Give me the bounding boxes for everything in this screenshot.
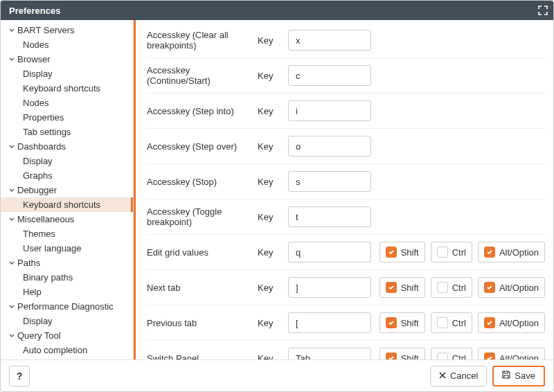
cancel-label: Cancel [450, 371, 478, 381]
ctrl-modifier-toggle[interactable]: Ctrl [431, 348, 472, 359]
tree-group-label: Paths [17, 258, 40, 268]
setting-type: Key [258, 212, 281, 222]
setting-row: Accesskey (Stop)Key [147, 163, 545, 199]
key-input[interactable] [288, 65, 371, 86]
tree-group-header[interactable]: Miscellaneous [1, 212, 133, 226]
modifier-label: Shift [401, 353, 419, 360]
chevron-down-icon [8, 304, 16, 310]
save-button[interactable]: Save [492, 366, 545, 386]
chevron-down-icon [8, 260, 16, 266]
shift-modifier-toggle[interactable]: Shift [379, 242, 425, 262]
ctrl-modifier-toggle[interactable]: Ctrl [431, 312, 472, 333]
modifier-label: Shift [401, 318, 419, 328]
tree-group-header[interactable]: Dashboards [1, 139, 133, 154]
modifier-label: Shift [401, 283, 419, 293]
tree-group-label: Debugger [17, 185, 57, 195]
key-input[interactable] [288, 136, 371, 157]
tree-item[interactable]: Display [1, 66, 133, 81]
tree-item[interactable]: CSV/TXT Output [1, 357, 133, 359]
setting-row: Accesskey (Step into)Key [147, 93, 545, 128]
modifier-label: Shift [401, 247, 419, 258]
modifier-group: ShiftCtrlAlt/Option [379, 277, 545, 298]
modifier-label: Alt/Option [499, 318, 539, 328]
setting-type: Key [258, 247, 281, 258]
ctrl-modifier-toggle[interactable]: Ctrl [431, 242, 472, 262]
checkbox-icon [484, 247, 495, 258]
setting-type: Key [258, 71, 281, 81]
modifier-group: ShiftCtrlAlt/Option [379, 242, 545, 262]
setting-row: Next tabKeyShiftCtrlAlt/Option [147, 269, 545, 305]
tree-group-label: BART Servers [17, 25, 75, 35]
cancel-button[interactable]: Cancel [430, 366, 487, 386]
setting-label: Accesskey (Stop) [147, 177, 251, 187]
key-input[interactable] [288, 277, 371, 298]
tree-item[interactable]: Themes [1, 226, 133, 241]
setting-row: Accesskey (Step over)Key [147, 128, 545, 163]
modifier-label: Ctrl [452, 247, 466, 258]
tree-item[interactable]: Graphs [1, 168, 133, 183]
setting-type: Key [258, 35, 281, 46]
key-input[interactable] [288, 312, 371, 333]
setting-label: Switch Panel [147, 353, 251, 360]
tree-item[interactable]: Nodes [1, 37, 133, 52]
modifier-label: Alt/Option [499, 247, 539, 258]
tree-item[interactable]: Keyboard shortcuts [1, 81, 133, 96]
tree-item[interactable]: Nodes [1, 96, 133, 110]
tree-group-header[interactable]: Browser [1, 52, 133, 66]
key-input[interactable] [288, 30, 371, 51]
modifier-label: Alt/Option [499, 353, 539, 360]
shift-modifier-toggle[interactable]: Shift [379, 312, 425, 333]
expand-icon[interactable] [538, 6, 548, 15]
tree-group-label: Browser [17, 54, 51, 64]
tree-item[interactable]: Help [1, 285, 133, 299]
setting-row: Accesskey (Continue/Start)Key [147, 57, 545, 93]
tree-group-header[interactable]: Performance Diagnostic [1, 299, 133, 314]
tree-item[interactable]: Display [1, 314, 133, 328]
tree-item[interactable]: Keyboard shortcuts [1, 197, 133, 212]
footer: ? Cancel Save [1, 359, 553, 391]
tree-group-header[interactable]: Query Tool [1, 328, 133, 343]
shift-modifier-toggle[interactable]: Shift [379, 348, 425, 359]
help-button[interactable]: ? [9, 366, 30, 386]
shift-modifier-toggle[interactable]: Shift [379, 277, 425, 298]
tree-item[interactable]: Tab settings [1, 125, 133, 139]
setting-label: Previous tab [147, 318, 251, 328]
checkbox-icon [484, 317, 495, 328]
setting-label: Edit grid values [147, 247, 251, 258]
setting-row: Previous tabKeyShiftCtrlAlt/Option [147, 305, 545, 340]
checkbox-icon [437, 247, 448, 258]
setting-label: Next tab [147, 283, 251, 293]
alt-modifier-toggle[interactable]: Alt/Option [478, 277, 545, 298]
key-input[interactable] [288, 171, 371, 192]
setting-label: Accesskey (Toggle breakpoint) [147, 206, 251, 227]
dialog-content: BART ServersNodesBrowserDisplayKeyboard … [1, 20, 553, 359]
modifier-label: Ctrl [452, 318, 466, 328]
key-input[interactable] [288, 206, 371, 227]
key-input[interactable] [288, 348, 371, 359]
modifier-label: Ctrl [452, 353, 466, 360]
tree-group-header[interactable]: Debugger [1, 183, 133, 197]
tree-group-header[interactable]: BART Servers [1, 23, 133, 37]
setting-row: Switch PanelKeyShiftCtrlAlt/Option [147, 340, 545, 359]
alt-modifier-toggle[interactable]: Alt/Option [478, 348, 545, 359]
tree-item[interactable]: Display [1, 154, 133, 168]
checkbox-icon [437, 353, 448, 359]
tree-item[interactable]: Properties [1, 110, 133, 125]
key-input[interactable] [288, 242, 371, 262]
key-input[interactable] [288, 100, 371, 121]
alt-modifier-toggle[interactable]: Alt/Option [478, 242, 545, 262]
tree-group-label: Query Tool [17, 330, 61, 341]
save-label: Save [515, 371, 535, 381]
tree-item[interactable]: Auto completion [1, 343, 133, 357]
tree-group-header[interactable]: Paths [1, 256, 133, 270]
checkbox-icon [386, 247, 397, 258]
modifier-label: Ctrl [452, 283, 466, 293]
tree-item[interactable]: User language [1, 241, 133, 256]
setting-row: Accesskey (Toggle breakpoint)Key [147, 199, 545, 234]
sidebar: BART ServersNodesBrowserDisplayKeyboard … [1, 20, 134, 359]
alt-modifier-toggle[interactable]: Alt/Option [478, 312, 545, 333]
tree-item[interactable]: Binary paths [1, 270, 133, 285]
setting-type: Key [258, 318, 281, 328]
ctrl-modifier-toggle[interactable]: Ctrl [431, 277, 472, 298]
preferences-dialog: Preferences BART ServersNodesBrowserDisp… [0, 0, 554, 392]
